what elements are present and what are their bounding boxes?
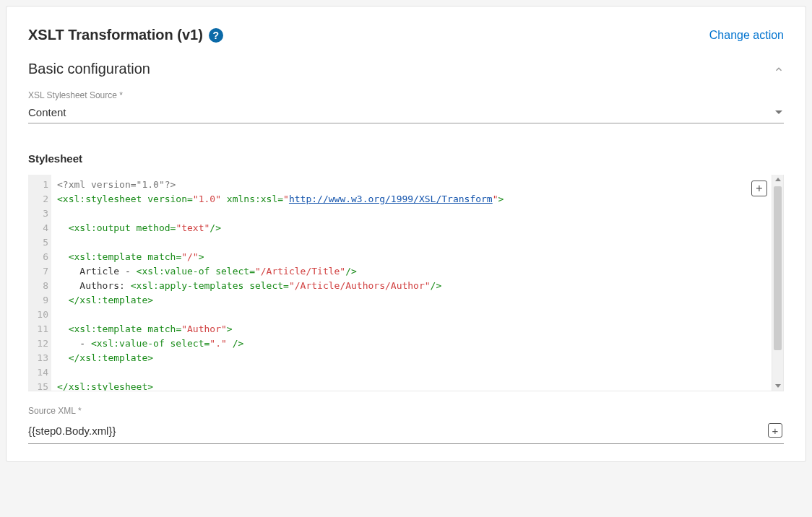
header-row: XSLT Transformation (v1) ? Change action xyxy=(28,27,784,43)
plus-icon: + xyxy=(756,182,762,195)
source-xml-value: {{step0.Body.xml}} xyxy=(28,425,116,437)
scroll-down-icon[interactable] xyxy=(775,384,781,388)
line-number: 2 xyxy=(28,192,48,207)
editor-scrollbar[interactable] xyxy=(772,175,783,391)
line-number: 5 xyxy=(28,235,48,250)
line-number: 1 xyxy=(28,178,48,192)
add-variable-button[interactable]: + xyxy=(768,423,782,438)
line-number: 10 xyxy=(28,308,48,322)
line-number: 3 xyxy=(28,207,48,221)
stylesheet-label: Stylesheet xyxy=(28,152,784,165)
xsl-source-select[interactable]: Content xyxy=(28,102,784,123)
line-number: 8 xyxy=(28,279,48,293)
xsl-source-value: Content xyxy=(28,106,66,118)
line-number: 11 xyxy=(28,322,48,336)
source-xml-input[interactable]: {{step0.Body.xml}} + xyxy=(28,417,784,444)
line-number: 13 xyxy=(28,351,48,365)
chevron-up-icon[interactable] xyxy=(774,64,784,74)
scroll-thumb[interactable] xyxy=(774,186,782,350)
line-number: 14 xyxy=(28,365,48,380)
section-title: Basic configuration xyxy=(28,61,150,77)
line-number: 15 xyxy=(28,380,48,394)
section-header[interactable]: Basic configuration xyxy=(28,61,784,77)
change-action-link[interactable]: Change action xyxy=(709,29,784,42)
plus-icon: + xyxy=(772,425,779,437)
xsl-source-label: XSL Stylesheet Source * xyxy=(28,90,784,100)
config-card: XSLT Transformation (v1) ? Change action… xyxy=(6,6,806,462)
editor-code[interactable]: <?xml version="1.0"?><xsl:stylesheet ver… xyxy=(51,175,772,391)
help-icon[interactable]: ? xyxy=(209,28,223,43)
action-title: XSLT Transformation (v1) ? xyxy=(28,27,223,43)
line-number: 4 xyxy=(28,221,48,235)
line-number: 6 xyxy=(28,250,48,264)
expand-editor-button[interactable]: + xyxy=(751,181,767,196)
editor-gutter: 1 2 3 4 5 6 7 8 9 10 11 12 13 14 15 xyxy=(28,175,51,391)
dropdown-caret-icon xyxy=(775,110,782,114)
line-number: 12 xyxy=(28,336,48,351)
line-number: 9 xyxy=(28,293,48,308)
source-xml-label: Source XML * xyxy=(28,406,784,416)
line-number: 7 xyxy=(28,264,48,279)
stylesheet-editor[interactable]: 1 2 3 4 5 6 7 8 9 10 11 12 13 14 15 <?xm… xyxy=(28,175,784,391)
action-title-text: XSLT Transformation (v1) xyxy=(28,27,203,43)
scroll-up-icon[interactable] xyxy=(775,178,781,181)
